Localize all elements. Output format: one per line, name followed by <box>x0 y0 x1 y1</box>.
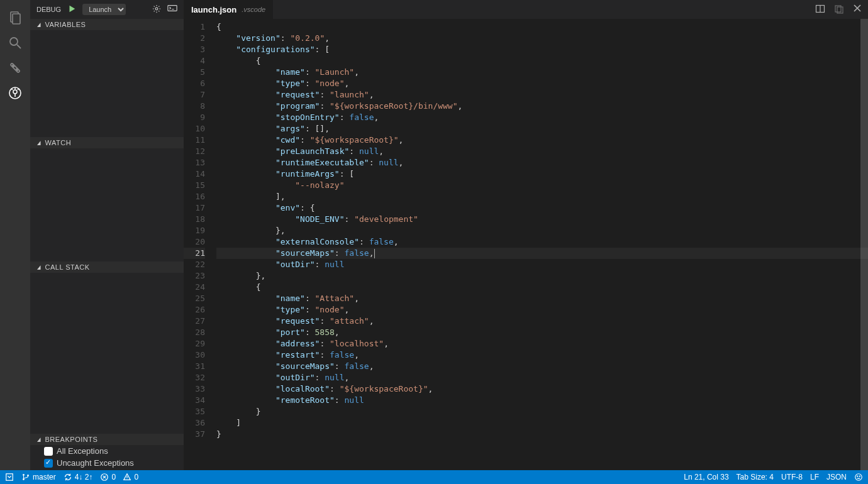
chevron-down-icon: ◢ <box>37 21 41 28</box>
branch-indicator[interactable]: master <box>21 473 56 481</box>
split-editor-icon[interactable] <box>815 4 825 16</box>
svg-point-13 <box>155 8 158 10</box>
start-debug-icon[interactable] <box>67 4 76 14</box>
errors-indicator[interactable]: 0 0 <box>100 473 138 481</box>
breakpoint-row[interactable]: Uncaught Exceptions <box>30 457 184 469</box>
svg-rect-1 <box>13 14 20 24</box>
git-icon[interactable] <box>0 55 30 80</box>
debug-config-select[interactable]: Launch <box>82 4 126 15</box>
editor-area: launch.json .vscode 12345678910111213141… <box>184 0 868 470</box>
svg-point-30 <box>857 476 858 476</box>
cursor-position[interactable]: Ln 21, Col 33 <box>684 473 728 481</box>
breakpoints-panel: All ExceptionsUncaught Exceptions <box>30 445 184 470</box>
status-bar: master 4↓ 2↑ 0 0 Ln 21, Col 33 Tab Size:… <box>0 470 868 484</box>
callstack-panel <box>30 273 184 434</box>
checkbox[interactable] <box>44 459 53 468</box>
debug-sidebar: DEBUG Launch ◢ VARIABLES ◢ WATCH <box>30 0 184 470</box>
feedback-icon[interactable] <box>854 473 863 481</box>
svg-point-5 <box>13 65 14 67</box>
svg-point-6 <box>16 69 18 71</box>
code-editor[interactable]: 1234567891011121314151617181920212223242… <box>184 19 868 470</box>
breakpoint-label: Uncaught Exceptions <box>57 458 134 468</box>
checkbox[interactable] <box>44 447 53 456</box>
chevron-down-icon: ◢ <box>37 140 41 146</box>
encoding[interactable]: UTF-8 <box>781 473 803 481</box>
svg-line-10 <box>11 89 13 90</box>
language-mode[interactable]: JSON <box>826 473 847 481</box>
tab-bar: launch.json .vscode <box>184 0 868 19</box>
tab-size[interactable]: Tab Size: 4 <box>737 473 774 481</box>
text-cursor <box>374 249 375 258</box>
breakpoints-header[interactable]: ◢ BREAKPOINTS <box>30 434 184 445</box>
svg-line-3 <box>17 45 21 48</box>
file-name: launch.json <box>191 5 236 14</box>
debug-console-icon[interactable] <box>167 4 177 14</box>
activity-bar <box>0 0 30 470</box>
svg-point-2 <box>10 38 18 45</box>
svg-point-24 <box>27 475 29 476</box>
svg-point-8 <box>13 90 17 94</box>
variables-panel <box>30 30 184 137</box>
variables-header[interactable]: ◢ VARIABLES <box>30 19 184 30</box>
eol[interactable]: LF <box>810 473 819 481</box>
breakpoint-row[interactable]: All Exceptions <box>30 445 184 457</box>
scrollbar-vertical[interactable] <box>860 19 868 470</box>
debug-title: DEBUG <box>36 6 61 13</box>
svg-point-31 <box>859 476 860 476</box>
svg-point-29 <box>855 474 862 481</box>
main-area: DEBUG Launch ◢ VARIABLES ◢ WATCH <box>0 0 868 470</box>
debug-header: DEBUG Launch <box>30 0 184 19</box>
explorer-icon[interactable] <box>0 5 30 30</box>
svg-point-23 <box>23 478 25 480</box>
svg-line-11 <box>18 89 19 90</box>
watch-panel <box>30 148 184 261</box>
svg-point-22 <box>23 474 25 476</box>
chevron-down-icon: ◢ <box>37 264 41 270</box>
breakpoint-label: All Exceptions <box>57 446 108 456</box>
close-icon[interactable] <box>853 4 862 16</box>
svg-rect-4 <box>10 63 20 73</box>
callstack-header[interactable]: ◢ CALL STACK <box>30 261 184 273</box>
file-tab[interactable]: launch.json .vscode <box>184 0 273 19</box>
debug-icon[interactable] <box>0 80 30 106</box>
search-icon[interactable] <box>0 30 30 55</box>
sync-indicator[interactable]: 4↓ 2↑ <box>64 473 93 481</box>
watch-header[interactable]: ◢ WATCH <box>30 137 184 148</box>
gear-icon[interactable] <box>152 4 161 14</box>
file-folder: .vscode <box>242 6 265 13</box>
remote-icon[interactable] <box>5 473 14 481</box>
more-icon[interactable] <box>834 4 844 16</box>
svg-rect-14 <box>168 6 177 11</box>
svg-rect-21 <box>6 474 13 481</box>
chevron-down-icon: ◢ <box>37 436 41 443</box>
